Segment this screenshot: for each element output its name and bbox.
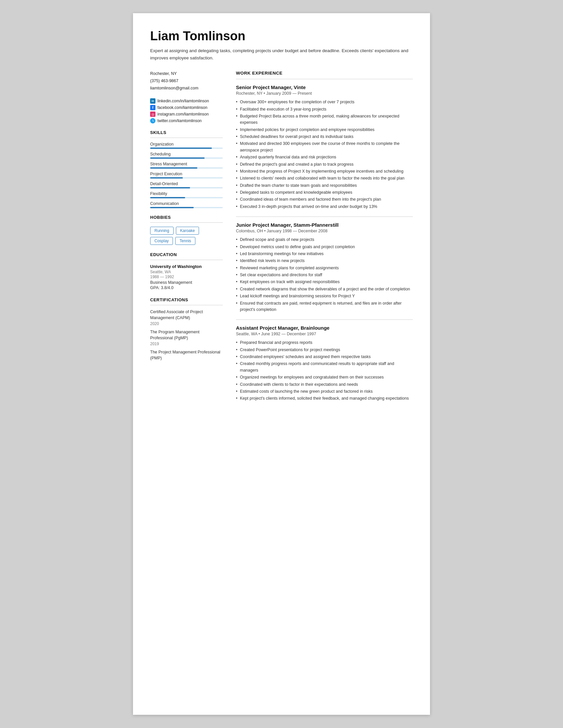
- job-bullet: Kept project's clients informed, solicit…: [236, 395, 413, 402]
- job-bullet: Analyzed quarterly financial data and ri…: [236, 154, 413, 160]
- skill-bar-bg: [150, 187, 223, 188]
- cert-name: The Project Management Professional (PMP…: [150, 349, 223, 361]
- certifications-divider: [150, 305, 223, 305]
- job-block: Junior Project Manager, Stamm-Pfannersti…: [236, 222, 413, 320]
- job-bullet: Drafted the team charter to state team g…: [236, 182, 413, 189]
- hobby-tag: Karoake: [176, 227, 199, 235]
- job-bullet: Lead kickoff meetings and brainstorming …: [236, 293, 413, 299]
- certification-item: The Program Management Professional (PgM…: [150, 329, 223, 346]
- skill-bar-fill: [150, 148, 212, 149]
- job-bullet: Executed 3 in-depth projects that arrive…: [236, 204, 413, 210]
- contact-phone: (375) 463-9867: [150, 78, 223, 84]
- certification-item: The Project Management Professional (PMP…: [150, 349, 223, 361]
- skills-list: Organization Scheduling Stress Managemen…: [150, 142, 223, 208]
- certification-item: Certified Associate of Project Managemen…: [150, 309, 223, 326]
- job-title: Senior Project Manager, Vinte: [236, 84, 413, 90]
- job-title: Junior Project Manager, Stamm-Pfannersti…: [236, 222, 413, 228]
- skills-divider: [150, 138, 223, 138]
- hobbies-section-title: HOBBIES: [150, 215, 223, 220]
- skill-bar-bg: [150, 177, 223, 179]
- work-experience-divider: [236, 79, 413, 79]
- cert-year: 2020: [150, 321, 223, 326]
- job-bullet: Budgeted Project Beta across a three mon…: [236, 113, 413, 126]
- job-bullet: Identified risk levels in new projects: [236, 258, 413, 264]
- skill-row: Scheduling: [150, 152, 223, 159]
- twitter-item: 𝕏 twitter.com/liamtomlinson: [150, 118, 223, 123]
- skill-row: Project Execution: [150, 172, 223, 179]
- facebook-url: facebook.com/liamtomlinson: [157, 105, 207, 110]
- skill-bar-fill: [150, 167, 197, 169]
- job-bullet: Coordinated employees' schedules and ass…: [236, 354, 413, 360]
- job-section-divider: [236, 216, 413, 217]
- cert-name: The Program Management Professional (PgM…: [150, 329, 223, 341]
- resume-container: Liam Tomlinson Expert at assigning and d…: [133, 13, 430, 715]
- two-column-layout: Rochester, NY (375) 463-9867 liamtomlins…: [150, 71, 413, 409]
- skill-bar-bg: [150, 157, 223, 159]
- job-block: Assistant Project Manager, Brainlounge S…: [236, 325, 413, 402]
- linkedin-url: linkedin.com/in/liamtomlinson: [157, 99, 209, 103]
- job-meta: Colombus, OH • January 1998 — December 2…: [236, 229, 413, 233]
- contact-email: liamtomlinson@gmail.com: [150, 85, 223, 91]
- edu-gpa: GPA: 3.8/4.0: [150, 285, 223, 290]
- job-bullet: Facilitated the execution of 3 year-long…: [236, 106, 413, 113]
- job-bullet: Motivated and directed 300 employees ove…: [236, 141, 413, 153]
- job-bullet: Created network diagrams that show the d…: [236, 286, 413, 292]
- skill-bar-bg: [150, 197, 223, 198]
- job-bullet: Coordinated ideas of team members and fa…: [236, 196, 413, 203]
- education-list: University of Washington Seattle, WA 198…: [150, 264, 223, 290]
- contact-block: Rochester, NY (375) 463-9867 liamtomlins…: [150, 71, 223, 91]
- job-bullet: Defined the project's goal and created a…: [236, 161, 413, 168]
- hobbies-divider: [150, 222, 223, 223]
- facebook-item: f facebook.com/liamtomlinson: [150, 105, 223, 110]
- job-bullet: Kept employees on track with assigned re…: [236, 279, 413, 285]
- instagram-icon: ◎: [150, 112, 155, 117]
- hobbies-grid: RunningKaroakeCosplayTennis: [150, 227, 223, 245]
- skill-row: Detail-Oriented: [150, 182, 223, 188]
- job-bullet: Prepared financial and progress reports: [236, 340, 413, 346]
- twitter-url: twitter.com/liamtomlinson: [157, 118, 202, 123]
- job-bullet: Implemented policies for project complet…: [236, 127, 413, 133]
- job-bullet: Estimated costs of launching the new gre…: [236, 388, 413, 395]
- job-bullet: Created PowerPoint presentations for pro…: [236, 347, 413, 353]
- job-bullet: Defined scope and goals of new projects: [236, 237, 413, 243]
- skill-label: Organization: [150, 142, 223, 147]
- job-bullet: Ensured that contracts are paid, rented …: [236, 300, 413, 313]
- skill-row: Organization: [150, 142, 223, 149]
- education-item: University of Washington Seattle, WA 198…: [150, 264, 223, 290]
- twitter-icon: 𝕏: [150, 118, 155, 123]
- skill-row: Communication: [150, 201, 223, 208]
- work-experience-title: WORK EXPERIENCE: [236, 71, 413, 76]
- education-divider: [150, 260, 223, 260]
- job-bullets: Prepared financial and progress reportsC…: [236, 340, 413, 402]
- job-bullet: Coordinated with clients to factor in th…: [236, 381, 413, 388]
- job-bullet: Developed metrics used to define goals a…: [236, 244, 413, 250]
- cert-year: 2019: [150, 342, 223, 346]
- job-bullets: Defined scope and goals of new projectsD…: [236, 237, 413, 313]
- job-title: Assistant Project Manager, Brainlounge: [236, 325, 413, 331]
- edu-location: Seattle, WA: [150, 270, 223, 274]
- social-links: in linkedin.com/in/liamtomlinson f faceb…: [150, 98, 223, 123]
- hobby-tag: Running: [150, 227, 174, 235]
- edu-school: University of Washington: [150, 264, 223, 269]
- skill-label: Scheduling: [150, 152, 223, 156]
- skill-label: Communication: [150, 201, 223, 206]
- job-bullet: Listened to clients' needs and collabora…: [236, 175, 413, 182]
- skill-label: Stress Management: [150, 162, 223, 166]
- job-section-divider: [236, 319, 413, 320]
- edu-years: 1988 — 1992: [150, 275, 223, 279]
- linkedin-item: in linkedin.com/in/liamtomlinson: [150, 98, 223, 104]
- edu-field: Business Management: [150, 280, 223, 285]
- job-bullet: Organized meetings for employees and con…: [236, 374, 413, 381]
- left-column: Rochester, NY (375) 463-9867 liamtomlins…: [150, 71, 223, 409]
- job-meta: Rochester, NY • January 2009 — Present: [236, 91, 413, 96]
- education-section-title: EDUCATION: [150, 252, 223, 257]
- job-bullet: Delegated tasks to competent and knowled…: [236, 189, 413, 196]
- skill-label: Detail-Oriented: [150, 182, 223, 186]
- job-bullets: Oversaw 300+ employees for the completio…: [236, 99, 413, 210]
- contact-location: Rochester, NY: [150, 71, 223, 77]
- certifications-section-title: CERTIFICATIONS: [150, 297, 223, 302]
- right-column: WORK EXPERIENCE Senior Project Manager, …: [236, 71, 413, 409]
- job-block: Senior Project Manager, Vinte Rochester,…: [236, 84, 413, 217]
- skill-bar-fill: [150, 177, 183, 179]
- skill-label: Flexibility: [150, 191, 223, 196]
